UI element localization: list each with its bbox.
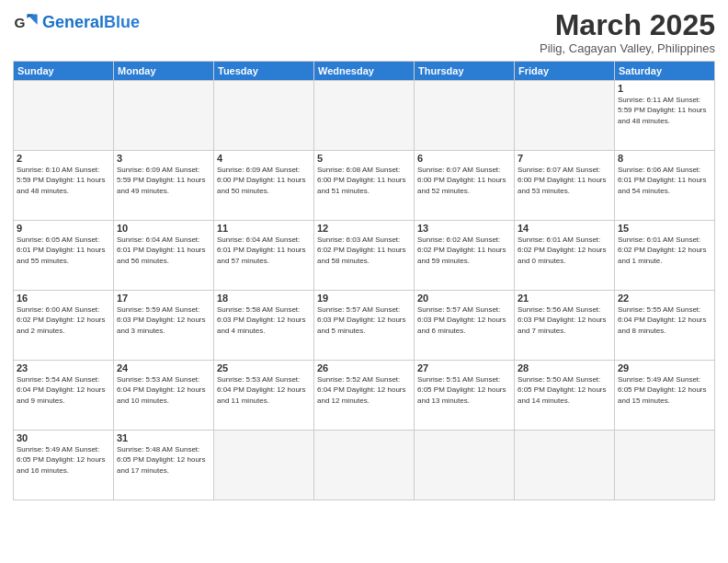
calendar-cell: 30Sunrise: 5:49 AM Sunset: 6:05 PM Dayli…	[14, 431, 114, 500]
day-number: 11	[217, 223, 311, 234]
col-friday: Friday	[515, 62, 615, 81]
day-number: 14	[518, 223, 611, 234]
day-info: Sunrise: 5:55 AM Sunset: 6:04 PM Dayligh…	[618, 304, 711, 336]
day-info: Sunrise: 6:06 AM Sunset: 6:01 PM Dayligh…	[618, 165, 711, 196]
day-info: Sunrise: 6:05 AM Sunset: 6:01 PM Dayligh…	[17, 235, 110, 266]
calendar-cell	[14, 81, 114, 151]
day-info: Sunrise: 5:56 AM Sunset: 6:03 PM Dayligh…	[518, 304, 611, 336]
calendar-cell: 13Sunrise: 6:02 AM Sunset: 6:02 PM Dayli…	[415, 221, 515, 291]
day-number: 27	[417, 362, 511, 373]
calendar-cell: 28Sunrise: 5:50 AM Sunset: 6:05 PM Dayli…	[515, 361, 615, 431]
calendar-cell: 18Sunrise: 5:58 AM Sunset: 6:03 PM Dayli…	[214, 291, 314, 361]
calendar-cell: 4Sunrise: 6:09 AM Sunset: 6:00 PM Daylig…	[214, 151, 314, 221]
calendar-header-row: Sunday Monday Tuesday Wednesday Thursday…	[14, 62, 715, 81]
calendar-cell: 5Sunrise: 6:08 AM Sunset: 6:00 PM Daylig…	[314, 151, 415, 221]
day-number: 5	[317, 153, 411, 164]
calendar-cell: 10Sunrise: 6:04 AM Sunset: 6:01 PM Dayli…	[114, 221, 214, 291]
month-title: March 2025	[540, 9, 715, 41]
day-number: 30	[17, 432, 110, 443]
day-number: 19	[317, 293, 411, 304]
day-number: 3	[117, 153, 210, 164]
day-info: Sunrise: 6:08 AM Sunset: 6:00 PM Dayligh…	[317, 165, 411, 196]
day-number: 29	[618, 362, 711, 373]
day-info: Sunrise: 6:09 AM Sunset: 5:59 PM Dayligh…	[117, 165, 210, 196]
day-number: 24	[117, 362, 210, 373]
day-info: Sunrise: 5:57 AM Sunset: 6:03 PM Dayligh…	[417, 304, 511, 336]
calendar-cell: 23Sunrise: 5:54 AM Sunset: 6:04 PM Dayli…	[14, 361, 114, 431]
calendar-week-5: 30Sunrise: 5:49 AM Sunset: 6:05 PM Dayli…	[14, 431, 715, 500]
page: G GeneralBlue March 2025 Pilig, Cagayan …	[0, 0, 728, 563]
calendar-cell: 2Sunrise: 6:10 AM Sunset: 5:59 PM Daylig…	[14, 151, 114, 221]
day-number: 26	[317, 362, 411, 373]
day-number: 22	[618, 293, 711, 304]
day-number: 10	[117, 223, 210, 234]
col-sunday: Sunday	[14, 62, 114, 81]
day-number: 7	[518, 153, 611, 164]
calendar-week-2: 9Sunrise: 6:05 AM Sunset: 6:01 PM Daylig…	[14, 221, 715, 291]
calendar-cell	[214, 81, 314, 151]
day-info: Sunrise: 6:07 AM Sunset: 6:00 PM Dayligh…	[518, 165, 611, 196]
day-number: 8	[618, 153, 711, 164]
calendar-cell: 29Sunrise: 5:49 AM Sunset: 6:05 PM Dayli…	[615, 361, 715, 431]
day-info: Sunrise: 5:49 AM Sunset: 6:05 PM Dayligh…	[618, 374, 711, 406]
day-info: Sunrise: 5:53 AM Sunset: 6:04 PM Dayligh…	[117, 374, 210, 406]
day-number: 2	[17, 153, 110, 164]
day-number: 18	[217, 293, 311, 304]
calendar-cell: 24Sunrise: 5:53 AM Sunset: 6:04 PM Dayli…	[114, 361, 214, 431]
day-number: 28	[518, 362, 611, 373]
day-info: Sunrise: 5:49 AM Sunset: 6:05 PM Dayligh…	[17, 444, 110, 476]
logo-icon: G	[13, 9, 39, 35]
col-tuesday: Tuesday	[214, 62, 314, 81]
logo-text: GeneralBlue	[42, 14, 140, 30]
calendar-cell	[515, 81, 615, 151]
calendar-cell: 26Sunrise: 5:52 AM Sunset: 6:04 PM Dayli…	[314, 361, 415, 431]
calendar-cell: 8Sunrise: 6:06 AM Sunset: 6:01 PM Daylig…	[615, 151, 715, 221]
day-number: 13	[417, 223, 511, 234]
col-thursday: Thursday	[415, 62, 515, 81]
day-number: 15	[618, 223, 711, 234]
calendar-cell: 11Sunrise: 6:04 AM Sunset: 6:01 PM Dayli…	[214, 221, 314, 291]
calendar-cell: 16Sunrise: 6:00 AM Sunset: 6:02 PM Dayli…	[14, 291, 114, 361]
day-info: Sunrise: 6:04 AM Sunset: 6:01 PM Dayligh…	[117, 235, 210, 266]
calendar-cell: 25Sunrise: 5:53 AM Sunset: 6:04 PM Dayli…	[214, 361, 314, 431]
day-number: 4	[217, 153, 311, 164]
calendar-week-4: 23Sunrise: 5:54 AM Sunset: 6:04 PM Dayli…	[14, 361, 715, 431]
calendar-cell: 6Sunrise: 6:07 AM Sunset: 6:00 PM Daylig…	[415, 151, 515, 221]
day-number: 1	[618, 83, 711, 94]
subtitle: Pilig, Cagayan Valley, Philippines	[540, 41, 715, 55]
day-number: 17	[117, 293, 210, 304]
calendar-cell	[314, 81, 415, 151]
calendar-cell: 15Sunrise: 6:01 AM Sunset: 6:02 PM Dayli…	[615, 221, 715, 291]
calendar-cell: 14Sunrise: 6:01 AM Sunset: 6:02 PM Dayli…	[515, 221, 615, 291]
calendar-cell: 22Sunrise: 5:55 AM Sunset: 6:04 PM Dayli…	[615, 291, 715, 361]
calendar-cell	[114, 81, 214, 151]
calendar-cell: 1Sunrise: 6:11 AM Sunset: 5:59 PM Daylig…	[615, 81, 715, 151]
calendar-cell: 3Sunrise: 6:09 AM Sunset: 5:59 PM Daylig…	[114, 151, 214, 221]
calendar-week-1: 2Sunrise: 6:10 AM Sunset: 5:59 PM Daylig…	[14, 151, 715, 221]
day-info: Sunrise: 5:59 AM Sunset: 6:03 PM Dayligh…	[117, 304, 210, 336]
day-info: Sunrise: 6:04 AM Sunset: 6:01 PM Dayligh…	[217, 235, 311, 266]
day-info: Sunrise: 5:51 AM Sunset: 6:05 PM Dayligh…	[417, 374, 511, 406]
title-block: March 2025 Pilig, Cagayan Valley, Philip…	[540, 9, 715, 55]
calendar-cell: 17Sunrise: 5:59 AM Sunset: 6:03 PM Dayli…	[114, 291, 214, 361]
col-saturday: Saturday	[615, 62, 715, 81]
day-info: Sunrise: 6:10 AM Sunset: 5:59 PM Dayligh…	[17, 165, 110, 196]
day-info: Sunrise: 5:50 AM Sunset: 6:05 PM Dayligh…	[518, 374, 611, 406]
calendar-cell: 19Sunrise: 5:57 AM Sunset: 6:03 PM Dayli…	[314, 291, 415, 361]
day-number: 23	[17, 362, 110, 373]
calendar-week-3: 16Sunrise: 6:00 AM Sunset: 6:02 PM Dayli…	[14, 291, 715, 361]
day-number: 25	[217, 362, 311, 373]
col-wednesday: Wednesday	[314, 62, 415, 81]
day-number: 20	[417, 293, 511, 304]
day-info: Sunrise: 6:11 AM Sunset: 5:59 PM Dayligh…	[618, 95, 711, 126]
calendar-cell: 31Sunrise: 5:48 AM Sunset: 6:05 PM Dayli…	[114, 431, 214, 500]
day-info: Sunrise: 5:54 AM Sunset: 6:04 PM Dayligh…	[17, 374, 110, 406]
day-info: Sunrise: 5:53 AM Sunset: 6:04 PM Dayligh…	[217, 374, 311, 406]
day-info: Sunrise: 6:09 AM Sunset: 6:00 PM Dayligh…	[217, 165, 311, 196]
day-info: Sunrise: 5:58 AM Sunset: 6:03 PM Dayligh…	[217, 304, 311, 336]
calendar-week-0: 1Sunrise: 6:11 AM Sunset: 5:59 PM Daylig…	[14, 81, 715, 151]
day-number: 6	[417, 153, 511, 164]
day-info: Sunrise: 6:07 AM Sunset: 6:00 PM Dayligh…	[417, 165, 511, 196]
calendar-table: Sunday Monday Tuesday Wednesday Thursday…	[13, 61, 715, 500]
calendar-cell	[214, 431, 314, 500]
